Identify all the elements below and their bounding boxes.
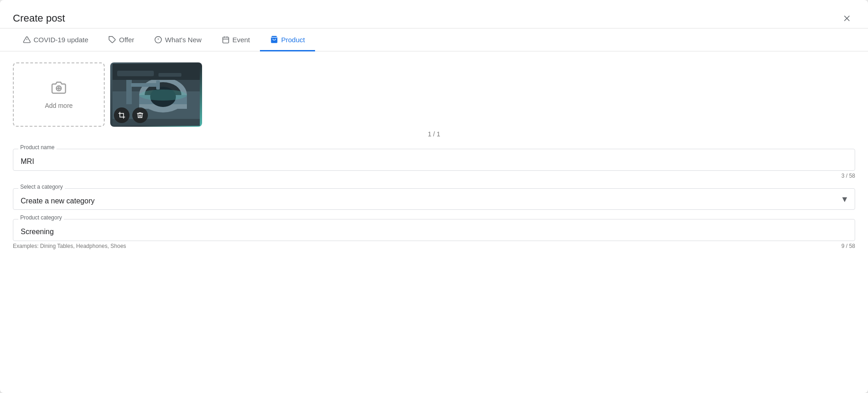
tab-covid-label: COVID-19 update <box>34 36 88 44</box>
svg-rect-29 <box>158 73 181 77</box>
category-select-group: Select a category Create a new category … <box>13 188 855 210</box>
product-name-input[interactable] <box>13 149 855 171</box>
thumb-actions <box>114 107 148 123</box>
product-category-input[interactable] <box>13 219 855 241</box>
dialog-title: Create post <box>13 12 65 24</box>
product-name-label: Product name <box>18 144 56 151</box>
product-category-label: Product category <box>18 214 64 221</box>
delete-image-button[interactable] <box>132 107 148 123</box>
tab-event[interactable]: Event <box>212 29 260 51</box>
tab-product[interactable]: Product <box>260 29 315 51</box>
tab-whats-new[interactable]: What's New <box>144 29 212 51</box>
product-name-field-group: Product name <box>13 149 855 171</box>
add-more-button[interactable]: Add more <box>13 62 105 127</box>
category-select[interactable]: Create a new category <box>13 188 855 210</box>
svg-rect-26 <box>156 80 160 90</box>
examples-row: Examples: Dining Tables, Headphones, Sho… <box>13 243 855 249</box>
svg-rect-28 <box>117 71 154 76</box>
examples-text: Examples: Dining Tables, Headphones, Sho… <box>13 243 126 249</box>
svg-rect-8 <box>223 37 229 43</box>
tab-offer[interactable]: Offer <box>98 29 144 51</box>
svg-rect-23 <box>126 78 132 107</box>
tab-product-label: Product <box>281 36 305 44</box>
tabs-bar: COVID-19 update Offer What's New <box>0 28 868 51</box>
camera-plus-icon <box>51 80 66 98</box>
product-category-char-count: 9 / 58 <box>841 243 855 249</box>
offer-icon <box>108 36 116 44</box>
crop-button[interactable] <box>114 107 130 123</box>
tab-whats-new-label: What's New <box>165 36 202 44</box>
image-pagination: 1 / 1 <box>13 130 855 138</box>
product-category-field-group: Product category <box>13 219 855 241</box>
tab-offer-label: Offer <box>119 36 134 44</box>
create-post-dialog: Create post COVID-19 update <box>0 0 868 393</box>
covid-icon <box>23 36 31 44</box>
svg-rect-25 <box>131 83 158 87</box>
tab-covid[interactable]: COVID-19 update <box>13 29 98 51</box>
product-image-thumb <box>110 62 202 127</box>
close-button[interactable] <box>839 10 855 27</box>
category-select-label: Select a category <box>18 184 65 190</box>
dialog-header: Create post <box>0 0 868 28</box>
product-name-char-count: 3 / 58 <box>13 173 855 179</box>
dialog-body: Add more <box>0 51 868 393</box>
image-row: Add more <box>13 62 855 127</box>
whats-new-icon <box>154 36 162 44</box>
tab-event-label: Event <box>232 36 250 44</box>
add-more-label: Add more <box>45 102 73 109</box>
product-icon <box>270 35 278 44</box>
event-icon <box>222 36 230 44</box>
svg-point-31 <box>139 90 187 101</box>
